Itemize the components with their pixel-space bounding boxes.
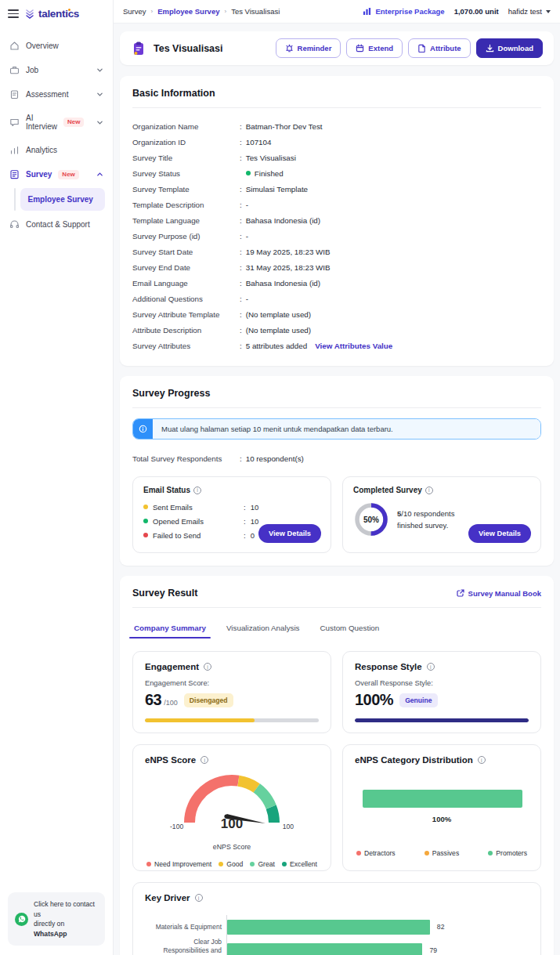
legend-item: Great bbox=[250, 860, 275, 868]
info-row: Survey Purpose (id) : - bbox=[132, 228, 541, 244]
sidebar-item-ai-interview[interactable]: AI Interview New bbox=[0, 107, 113, 138]
breadcrumb-item: Tes Visualisasi bbox=[231, 7, 280, 16]
sidebar-item-label: Job bbox=[26, 66, 38, 74]
completion-donut-chart: 50% bbox=[353, 501, 389, 537]
info-value: - bbox=[246, 201, 248, 209]
section-title: Survey Progress bbox=[132, 388, 210, 399]
basic-information-section: Basic Information Organization Name : Ba… bbox=[120, 76, 554, 366]
sidebar-item-label: Contact & Support bbox=[26, 220, 90, 229]
info-row: Survey Template : Simulasi Template bbox=[132, 181, 541, 197]
topbar: Survey›Employee Survey›Tes Visualisasi E… bbox=[114, 0, 560, 24]
distribution-legend: Detractors Passives Promoters bbox=[355, 849, 529, 857]
engagement-card: Engagementi Engagement Score: 63 /100 Di… bbox=[132, 651, 331, 733]
distribution-bar bbox=[363, 790, 522, 808]
legend-dot-icon bbox=[282, 862, 287, 866]
info-circle-icon[interactable]: i bbox=[425, 487, 433, 494]
legend-item: Need Improvement bbox=[146, 860, 211, 868]
info-icon bbox=[133, 419, 153, 439]
legend-item: Detractors bbox=[356, 849, 396, 857]
brand-logo[interactable]: talentics bbox=[24, 8, 79, 20]
info-value: Bahasa Indonesia (id) bbox=[246, 216, 320, 225]
survey-clipboard-icon bbox=[131, 41, 146, 56]
tab-visualization-analysis[interactable]: Visualization Analysis bbox=[225, 618, 302, 638]
attribute-button[interactable]: Attribute bbox=[408, 38, 471, 58]
bell-icon bbox=[285, 44, 294, 52]
info-label: Survey Attributes bbox=[132, 342, 240, 350]
tab-company-summary[interactable]: Company Summary bbox=[132, 618, 208, 638]
result-tabs: Company SummaryVisualization AnalysisCus… bbox=[132, 618, 541, 638]
info-label: Survey Status bbox=[132, 169, 240, 178]
survey-icon bbox=[9, 169, 20, 179]
info-value: Tes Visualisasi bbox=[246, 154, 296, 162]
completed-view-details-button[interactable]: View Details bbox=[468, 524, 531, 543]
status-dot-icon bbox=[246, 171, 251, 175]
info-circle-icon[interactable]: i bbox=[195, 894, 203, 902]
key-driver-row: Materials & Equipment 82 bbox=[227, 915, 529, 939]
enps-score-value: 100 bbox=[221, 816, 243, 832]
legend-label: Promoters bbox=[496, 849, 527, 857]
download-icon bbox=[486, 44, 494, 52]
whatsapp-icon bbox=[15, 913, 28, 926]
email-view-details-button[interactable]: View Details bbox=[258, 524, 321, 543]
info-value: Simulasi Template bbox=[246, 185, 308, 194]
info-circle-icon[interactable]: i bbox=[204, 663, 211, 671]
info-label: Survey Start Date bbox=[132, 248, 240, 256]
basic-information-rows: Organization Name : Batman-Thor Dev Test… bbox=[132, 118, 541, 353]
legend-label: Passives bbox=[432, 849, 459, 857]
sidebar-item-overview[interactable]: Overview bbox=[0, 34, 113, 58]
info-row: Survey Status : Finished bbox=[132, 165, 541, 181]
user-menu[interactable]: hafidz test bbox=[508, 7, 551, 16]
breadcrumb-item[interactable]: Employee Survey bbox=[157, 7, 219, 16]
info-circle-icon[interactable]: i bbox=[201, 756, 208, 764]
legend-dot-icon bbox=[146, 862, 151, 866]
enps-score-card: eNPS Scorei -100 100 100 bbox=[132, 744, 331, 871]
enps-distribution-card: eNPS Category Distributioni 100% Detract… bbox=[342, 744, 541, 871]
info-row: Additional Questions : - bbox=[132, 291, 541, 306]
info-label: Survey End Date bbox=[132, 263, 240, 272]
survey-progress-section: Survey Progress Muat ulang halaman setia… bbox=[120, 376, 554, 566]
main-content: Tes Visualisasi Reminder Extend Attribut… bbox=[114, 24, 560, 955]
whatsapp-contact[interactable]: Click here to contact us directly on Wha… bbox=[8, 892, 105, 946]
email-status-label: Failed to Send bbox=[153, 531, 234, 540]
user-name: hafidz test bbox=[508, 7, 542, 16]
sidebar-item-job[interactable]: Job bbox=[0, 58, 113, 82]
legend-label: Excellent bbox=[290, 860, 317, 868]
info-circle-icon[interactable]: i bbox=[193, 487, 201, 494]
legend-item: Promoters bbox=[488, 849, 527, 857]
info-row: Email Language : Bahasa Indonesia (id) bbox=[132, 275, 541, 291]
reminder-button[interactable]: Reminder bbox=[276, 38, 341, 58]
key-driver-value: 79 bbox=[429, 946, 437, 954]
section-title: Survey Result bbox=[132, 588, 197, 599]
sidebar-item-analytics[interactable]: Analytics bbox=[0, 138, 113, 162]
enterprise-package-link[interactable]: Enterprise Package bbox=[363, 7, 444, 16]
legend-item: Good bbox=[219, 860, 243, 868]
hamburger-menu-icon[interactable] bbox=[8, 9, 19, 18]
brand-name: talentics bbox=[38, 8, 79, 20]
info-label: Organization ID bbox=[132, 138, 240, 147]
legend-dot-icon bbox=[250, 862, 255, 866]
email-status-label: Opened Emails bbox=[153, 517, 234, 526]
tab-custom-question[interactable]: Custom Question bbox=[319, 618, 381, 638]
sidebar-subitem-employee-survey[interactable]: Employee Survey bbox=[20, 188, 106, 211]
support-icon bbox=[9, 219, 20, 230]
unit-balance[interactable]: 1,070.00 unit bbox=[454, 7, 499, 16]
email-status-card: Email Status i Sent Emails : 10 Opened E… bbox=[132, 476, 331, 553]
view-attributes-link[interactable]: View Attributes Value bbox=[315, 342, 392, 350]
survey-manual-book-link[interactable]: Survey Manual Book bbox=[457, 589, 541, 598]
info-value: - bbox=[246, 232, 248, 241]
extend-button[interactable]: Extend bbox=[346, 38, 403, 58]
info-label: Survey Title bbox=[132, 154, 240, 162]
legend-label: Need Improvement bbox=[154, 860, 211, 868]
legend-dot-icon bbox=[488, 851, 493, 856]
gauge-min: -100 bbox=[170, 823, 183, 830]
info-value: 5 attributes addedView Attributes Value bbox=[246, 342, 393, 350]
info-circle-icon[interactable]: i bbox=[427, 663, 435, 671]
info-circle-icon[interactable]: i bbox=[478, 756, 486, 764]
sidebar-item-survey[interactable]: Survey New bbox=[0, 162, 113, 186]
sidebar-item-contact-support[interactable]: Contact & Support bbox=[0, 212, 113, 237]
total-respondents-row: Total Survey Respondents : 10 respondent… bbox=[132, 450, 541, 466]
info-value: Bahasa Indonesia (id) bbox=[246, 279, 320, 288]
download-button[interactable]: Download bbox=[476, 38, 543, 58]
sidebar-item-assessment[interactable]: Assessment bbox=[0, 82, 113, 107]
response-style-score: 100% bbox=[355, 691, 393, 709]
